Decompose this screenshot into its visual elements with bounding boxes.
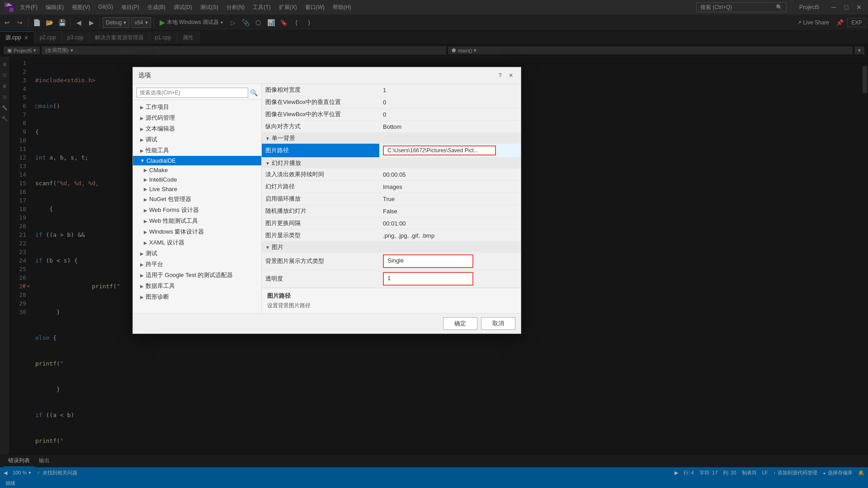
dialog-cancel-button[interactable]: 取消: [481, 317, 515, 330]
dialog-footer: 确定 取消: [133, 313, 521, 333]
tree-item-perf[interactable]: ▶ 性能工具: [133, 145, 261, 156]
tree-search-icon: 🔍: [250, 89, 258, 96]
tree-item-sourcecontrol[interactable]: ▶ 源代码管理: [133, 113, 261, 123]
tree-item-dbtools[interactable]: ▶ 数据库工具: [133, 281, 261, 291]
tree-item-graphics[interactable]: ▶ 图形诊断: [133, 291, 261, 302]
tree-item-intellicode[interactable]: ▶ IntelliCode: [133, 175, 261, 184]
tree-item-webforms[interactable]: ▶ Web Forms 设计器: [133, 205, 261, 216]
setting-shuffle: 随机播放幻灯片 False: [262, 205, 521, 217]
tree-item-workitems[interactable]: ▶ 工作项目: [133, 102, 261, 113]
dialog-body: 🔍 ▶ 工作项目 ▶ 源代码管理 ▶ 文本编辑器 ▶: [133, 84, 521, 313]
dialog-overlay: 选项 ? ✕ 🔍 ▶ 工作项目: [0, 0, 868, 488]
display-type-value[interactable]: Single: [383, 254, 473, 268]
setting-opacity: 透明度 1: [262, 270, 521, 288]
dialog-help-button[interactable]: ?: [495, 71, 505, 80]
tree-item-debug[interactable]: ▶ 调试: [133, 134, 261, 145]
setting-slideshow-path: 幻灯片路径 Images: [262, 181, 521, 193]
opacity-value[interactable]: 1: [383, 272, 473, 286]
tree-item-liveshare[interactable]: ▶ Live Share: [133, 184, 261, 194]
settings-description: 图片路径 设置背景图片路径: [262, 288, 521, 313]
tree-item-cmake[interactable]: ▶ CMake: [133, 165, 261, 175]
setting-display-type: 背景图片展示方式类型 Single: [262, 253, 521, 270]
tree-item-test[interactable]: ▶ 测试: [133, 248, 261, 259]
section-single-background: ▼ 单一背景: [262, 133, 521, 144]
dialog-ok-button[interactable]: 确定: [443, 317, 477, 330]
setting-image-types: 图片显示类型 .png, .jpg, .gif, .bmp: [262, 230, 521, 242]
tree-item-xaml[interactable]: ▶ XAML 设计器: [133, 237, 261, 248]
tree-item-crossplatform[interactable]: ▶ 跨平台: [133, 259, 261, 270]
tree-item-nuget[interactable]: ▶ NuGet 包管理器: [133, 194, 261, 205]
dialog-tree: 🔍 ▶ 工作项目 ▶ 源代码管理 ▶ 文本编辑器 ▶: [133, 84, 262, 313]
setting-viewbox-vertical: 图像在ViewBox中的垂直位置 0: [262, 96, 521, 108]
tree-item-winforms[interactable]: ▶ Windows 窗体设计器: [133, 226, 261, 237]
setting-viewbox-horizontal: 图像在ViewBox中的水平位置 0: [262, 108, 521, 121]
image-path-value[interactable]: C:\Users\16672\Pictures\Saved Pict...: [383, 145, 496, 155]
dialog-title: 选项: [138, 71, 151, 80]
options-dialog: 选项 ? ✕ 🔍 ▶ 工作项目: [132, 67, 521, 334]
description-text: 设置背景图片路径: [267, 302, 515, 310]
setting-interval: 图片更换间隔 00:01:00: [262, 217, 521, 230]
tree-item-texteditor[interactable]: ▶ 文本编辑器: [133, 123, 261, 134]
dialog-close-button[interactable]: ✕: [506, 71, 515, 80]
tree-item-claudia[interactable]: ▼ ClaudialDE: [133, 156, 261, 165]
setting-loop: 启用循环播放 True: [262, 193, 521, 205]
description-title: 图片路径: [267, 292, 515, 300]
tree-item-webperf[interactable]: ▶ Web 性能测试工具: [133, 216, 261, 226]
section-slideshow: ▼ 幻灯片播放: [262, 158, 521, 169]
section-arrow-slideshow-icon: ▼: [265, 161, 270, 166]
tree-search-input[interactable]: [137, 88, 248, 98]
setting-image-width: 图像相对宽度 1: [262, 84, 521, 96]
setting-image-path[interactable]: 图片路径 C:\Users\16672\Pictures\Saved Pict.…: [262, 144, 521, 158]
setting-vertical-align: 纵向对齐方式 Bottom: [262, 121, 521, 133]
setting-fade-duration: 淡入淡出效果持续时间 00:00:05: [262, 169, 521, 181]
tree-search-bar: 🔍: [133, 86, 261, 100]
section-picture: ▼ 图片: [262, 242, 521, 253]
dialog-controls: ? ✕: [495, 71, 515, 80]
tree-item-googletest[interactable]: ▶ 适用于 Google Test 的测试适配器: [133, 270, 261, 281]
dialog-settings-content: 图像相对宽度 1 图像在ViewBox中的垂直位置 0 图像在ViewBox中的…: [262, 84, 521, 313]
dialog-title-bar: 选项 ? ✕: [133, 67, 521, 84]
section-arrow-icon: ▼: [265, 136, 270, 141]
section-arrow-picture-icon: ▼: [265, 245, 270, 250]
